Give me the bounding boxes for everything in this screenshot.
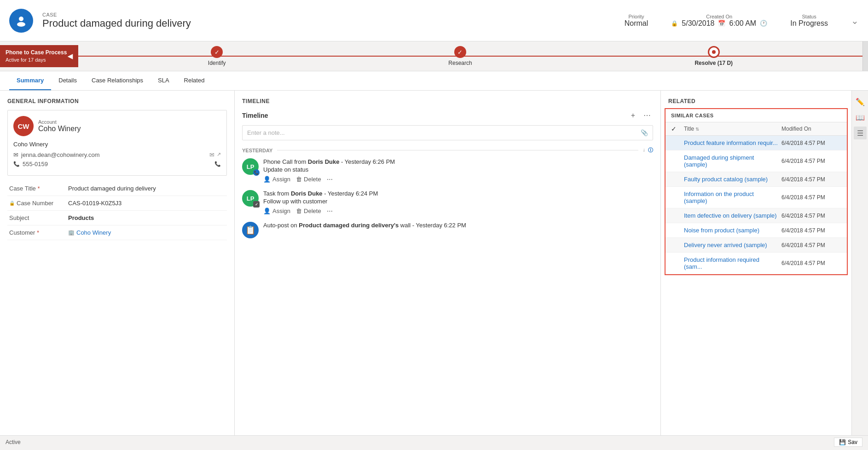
modified-col-header[interactable]: Modified On	[781, 126, 841, 132]
similar-cases-box: SIMILAR CASES ✓ Title ⇅ Modified On	[665, 108, 848, 275]
main-content: GENERAL INFORMATION CW Account Coho Wine…	[0, 91, 868, 435]
assign-button-2[interactable]: 👤 Assign	[263, 208, 290, 214]
customer-value[interactable]: 🏢 Coho Winery	[68, 229, 111, 236]
svg-point-0	[19, 17, 23, 21]
timeline-body-1: Phone Call from Doris Duke - Yesterday 6…	[263, 158, 653, 183]
delete-button-2[interactable]: 🗑 Delete	[296, 208, 321, 214]
tab-summary[interactable]: Summary	[9, 71, 51, 90]
save-button[interactable]: 💾 Sav	[834, 438, 862, 447]
header-chevron-icon[interactable]: ⌄	[851, 15, 859, 26]
delete-label-1: Delete	[304, 176, 321, 183]
case-date-6: 6/4/2018 4:57 PM	[781, 242, 841, 248]
step-research-label: Research	[448, 60, 472, 66]
more-button-2[interactable]: ⋯	[327, 208, 333, 214]
tab-case-relationships[interactable]: Case Relationships	[84, 71, 150, 90]
case-link-5[interactable]: Noise from product (sample)	[684, 227, 778, 234]
case-link-7[interactable]: Product information required (sam...	[684, 256, 778, 270]
process-step-resolve[interactable]: Resolve (17 D)	[694, 46, 733, 66]
customer-label: Customer *	[9, 229, 64, 236]
subject-value[interactable]: Products	[68, 214, 94, 221]
timeline-item-1-title: Phone Call from Doris Duke - Yesterday 6…	[263, 158, 653, 165]
title-col-header[interactable]: Title ⇅	[684, 126, 778, 132]
case-link-3[interactable]: Information on the product (sample)	[684, 190, 778, 204]
account-label: Account	[38, 119, 81, 125]
case-link-2[interactable]: Faulty product catalog (sample)	[684, 176, 778, 183]
case-row-5: Noise from product (sample) 6/4/2018 4:5…	[665, 223, 847, 238]
timeline-body-3: Auto-post on Product damaged during deli…	[263, 222, 653, 238]
info-circle-icon[interactable]: ⓘ	[648, 147, 653, 154]
case-row-0: Product feature information requir... 6/…	[665, 136, 847, 150]
case-title-value[interactable]: Product damaged during delivery	[68, 185, 156, 192]
timeline-item-1-subtitle: Update on status	[263, 166, 653, 173]
case-row-7: Product information required (sam... 6/4…	[665, 253, 847, 274]
note-input-row[interactable]: Enter a note... 📎	[242, 125, 653, 140]
sidebar-list-button[interactable]: ☰	[854, 127, 867, 139]
case-link-6[interactable]: Delivery never arrived (sample)	[684, 242, 778, 248]
step-identify-circle: ✓	[211, 46, 223, 58]
tab-details[interactable]: Details	[51, 71, 84, 90]
process-collapse-icon[interactable]: ◀	[68, 52, 73, 60]
email-forward-icon[interactable]: ↗	[217, 151, 221, 158]
email-compose-icon[interactable]: ✉	[209, 151, 214, 158]
timeline-add-button[interactable]: +	[629, 110, 637, 121]
created-on-label: Created On	[671, 14, 767, 19]
delete-icon-1: 🗑	[296, 176, 302, 183]
phone-call-icon[interactable]: 📞	[214, 161, 221, 167]
step-resolve-label: Resolve (17 D)	[694, 60, 733, 66]
account-name[interactable]: Coho Winery	[38, 125, 81, 133]
panel-general-info: GENERAL INFORMATION CW Account Coho Wine…	[0, 91, 235, 435]
case-date-3: 6/4/2018 4:57 PM	[781, 194, 841, 201]
save-label: Sav	[848, 439, 857, 445]
case-date-7: 6/4/2018 4:57 PM	[781, 260, 841, 266]
calendar-icon[interactable]: 📅	[718, 20, 725, 27]
case-number-row: 🔒 Case Number CAS-01019-K0Z5J3	[7, 196, 227, 211]
case-link-4[interactable]: Item defective on delivery (sample)	[684, 212, 778, 219]
timeline-item-2-actions: 👤 Assign 🗑 Delete ⋯	[263, 208, 653, 214]
process-label: Phone to Case Process Active for 17 days…	[0, 45, 78, 67]
customer-row: Customer * 🏢 Coho Winery	[7, 225, 227, 240]
sidebar-book-button[interactable]: 📖	[854, 111, 867, 124]
case-link-0[interactable]: Product feature information requir...	[684, 139, 778, 146]
process-step-identify[interactable]: ✓ Identify	[208, 46, 226, 66]
sidebar-pencil-button[interactable]: ✏️	[854, 95, 867, 108]
step-research-circle: ✓	[454, 46, 466, 58]
svg-point-1	[17, 22, 25, 27]
more-button-1[interactable]: ⋯	[327, 176, 333, 183]
assign-button-1[interactable]: 👤 Assign	[263, 176, 290, 183]
tab-sla[interactable]: SLA	[150, 71, 177, 90]
case-row-2: Faulty product catalog (sample) 6/4/2018…	[665, 172, 847, 187]
general-info-title: GENERAL INFORMATION	[7, 98, 227, 104]
timeline-body-2: Task from Doris Duke - Yesterday 6:24 PM…	[263, 190, 653, 214]
process-steps: ✓ Identify ✓ Research Resolve (17 D)	[78, 46, 862, 66]
sort-icon: ⇅	[695, 127, 699, 132]
delete-button-1[interactable]: 🗑 Delete	[296, 176, 321, 183]
account-header: CW Account Coho Winery	[13, 116, 221, 136]
process-step-research[interactable]: ✓ Research	[448, 46, 472, 66]
arrow-down-icon[interactable]: ↓	[643, 147, 646, 154]
timeline-item-2-title: Task from Doris Duke - Yesterday 6:24 PM	[263, 190, 653, 197]
case-row-3: Information on the product (sample) 6/4/…	[665, 187, 847, 208]
timeline-section-title: TIMELINE	[242, 98, 653, 104]
email-value: jenna.dean@cohowinery.com	[21, 151, 100, 158]
header: CASE Product damaged during delivery Pri…	[0, 0, 868, 41]
subject-label: Subject	[9, 214, 64, 221]
day-icons: ↓ ⓘ	[643, 147, 654, 154]
list-icon: ☰	[857, 129, 863, 138]
assign-label-2: Assign	[272, 208, 290, 214]
timeline-item-2: LP ✓ Task from Doris Duke - Yesterday 6:…	[242, 190, 653, 214]
case-link-1[interactable]: Damaged during shipment (sample)	[684, 154, 778, 168]
account-initials: CW	[18, 122, 29, 130]
note-placeholder: Enter a note...	[247, 129, 285, 136]
tab-related[interactable]: Related	[177, 71, 212, 90]
process-label-line2: Active for 17 days	[6, 57, 67, 63]
day-separator: YESTERDAY ↓ ⓘ	[242, 147, 653, 154]
right-sidebar: ✏️ 📖 ☰	[851, 91, 868, 435]
clock-icon[interactable]: 🕐	[760, 20, 767, 27]
case-avatar	[9, 9, 33, 33]
timeline-item-2-subtitle: Follow up with customer	[263, 198, 653, 205]
customer-link[interactable]: 🏢 Coho Winery	[68, 229, 111, 236]
case-date-2: 6/4/2018 4:57 PM	[781, 176, 841, 183]
modified-col-label: Modified On	[781, 126, 811, 132]
case-row-1: Damaged during shipment (sample) 6/4/201…	[665, 150, 847, 172]
timeline-more-button[interactable]: ⋯	[641, 110, 653, 121]
